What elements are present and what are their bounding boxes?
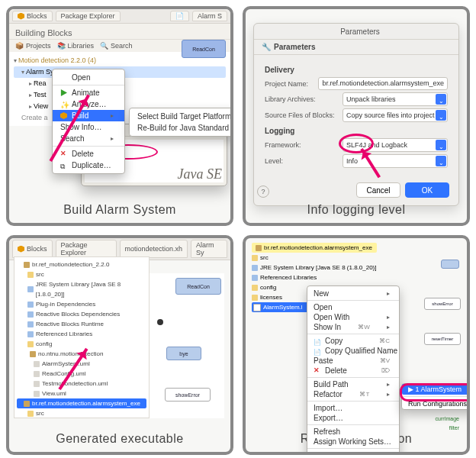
tree-plugin[interactable]: Plug-in Dependencies xyxy=(17,299,146,309)
menu-export[interactable]: Export… xyxy=(307,413,399,423)
field-library-archives: Library Archives: Unpack libraries⌄ xyxy=(265,92,448,106)
tab-file[interactable]: motiondetection.xh xyxy=(120,240,188,258)
build-submenu: Select Build Target Platform… Re-Build f… xyxy=(129,108,233,137)
package-explorer[interactable]: br.ref_motiondetection_2.2.0 src JRE Sys… xyxy=(14,256,150,418)
tab-blocks[interactable]: Blocks xyxy=(12,240,53,258)
tree-exe[interactable]: br.ref.motiondetection.alarmsystem_exe xyxy=(252,243,377,253)
shortcut: ⌘V xyxy=(380,357,390,364)
library-icon xyxy=(27,321,34,327)
cancel-button[interactable]: Cancel xyxy=(356,182,400,198)
tab-package-explorer[interactable]: Package Explorer xyxy=(56,240,117,258)
menu-paste[interactable]: Paste⌘V xyxy=(307,356,399,366)
tree-rbdeps[interactable]: Reactive Blocks Dependencies xyxy=(17,309,146,319)
dialog-toolbar: 🔧 Parameters xyxy=(254,40,458,55)
tree-file[interactable]: View.uml xyxy=(17,389,146,398)
source-files-select[interactable]: Copy source files into project⌄ xyxy=(343,108,448,122)
menu-show-info[interactable]: Show Info… xyxy=(53,121,124,133)
menu-rebuild-j2se[interactable]: Re-Build for Java Standard Edition - J2S… xyxy=(130,122,233,134)
menu-select-target[interactable]: Select Build Target Platform… xyxy=(130,111,233,122)
menu-debug-as[interactable]: Debug As xyxy=(307,450,399,455)
cube-icon xyxy=(18,13,24,20)
library-icon xyxy=(27,302,34,308)
ok-button[interactable]: OK xyxy=(405,182,449,198)
context-menu: New Open Open With Show In⌘W Copy⌘C Copy… xyxy=(307,285,400,455)
subtab-projects[interactable]: 📦 Projects xyxy=(15,42,51,50)
menu-import[interactable]: Import… xyxy=(307,403,399,413)
menu-refresh[interactable]: Refresh xyxy=(307,427,399,437)
tree-jre[interactable]: JRE System Library [Java SE 8 (1.8.0_20)… xyxy=(252,263,377,273)
tree-src[interactable]: src xyxy=(252,253,377,263)
menu-new[interactable]: New xyxy=(307,289,399,298)
menu-open[interactable]: Open xyxy=(53,72,124,83)
tab-package-explorer[interactable]: Package Explorer xyxy=(56,11,121,21)
delete-icon: ✕ xyxy=(314,367,320,374)
panel-build-alarm: Blocks Package Explorer 📄 Alarm S Buildi… xyxy=(6,6,233,226)
tab-label: Package Explorer xyxy=(61,12,115,20)
highlight-ring xyxy=(339,134,374,153)
tree-exe-project[interactable]: br.ref.motiondetection.alarmsystem_exe xyxy=(17,398,146,408)
tab-file[interactable]: 📄 xyxy=(170,11,189,21)
menu-delete[interactable]: ✕Delete xyxy=(53,148,124,160)
copy-icon xyxy=(314,347,320,354)
menu-open[interactable]: Open xyxy=(307,302,399,312)
block-readcon[interactable]: ReadCon xyxy=(175,278,221,295)
diagram-block-readcon[interactable]: ReadCon xyxy=(182,40,226,58)
tree-project[interactable]: br.ref_motiondetection_2.2.0 xyxy=(17,260,146,269)
menu-assign-sets[interactable]: Assign Working Sets… xyxy=(307,437,399,447)
tab-alarm[interactable]: Alarm Sy xyxy=(191,240,227,258)
library-archives-select[interactable]: Unpack libraries⌄ xyxy=(343,92,448,106)
project-name-input[interactable]: br.ref.motiondetection.alarmsystem_exe xyxy=(318,77,448,90)
menu-build[interactable]: Build xyxy=(53,110,124,121)
file-icon xyxy=(34,371,40,377)
wrench-icon: 🔧 xyxy=(262,43,271,51)
tree-reflib[interactable]: Referenced Libraries xyxy=(252,273,377,282)
tab-alarm[interactable]: Alarm S xyxy=(192,11,227,21)
file-icon xyxy=(34,391,40,397)
editor-tabs: Blocks Package Explorer 📄 Alarm S xyxy=(9,9,230,24)
launch-icon xyxy=(253,304,261,311)
menu-build-path[interactable]: Build Path xyxy=(307,379,399,389)
delete-icon: ✕ xyxy=(60,150,67,157)
tree-reflib[interactable]: Referenced Libraries xyxy=(17,329,146,339)
subtab-search[interactable]: 🔍 Search xyxy=(100,42,133,50)
tree-src2[interactable]: src xyxy=(17,408,146,418)
menu-duplicate[interactable]: Duplicate… xyxy=(53,160,124,171)
block-showerror[interactable]: showError xyxy=(165,388,211,402)
label: Source Files of Blocks: xyxy=(265,111,338,119)
block-resettimer[interactable]: resetTimer xyxy=(424,333,461,345)
field-project-name: Project Name: br.ref.motiondetection.ala… xyxy=(265,77,448,90)
diagram-block[interactable] xyxy=(441,260,459,269)
file-icon xyxy=(34,361,40,367)
tree-file[interactable]: AlarmSystem.uml xyxy=(17,359,146,369)
menu-refactor[interactable]: Refactor⌘T xyxy=(307,389,399,399)
label: Framework: xyxy=(265,141,338,149)
panel-caption: Info logging level xyxy=(246,203,467,217)
chevron-icon: ⌄ xyxy=(439,141,444,153)
tree-file[interactable]: Testmotiondetection.uml xyxy=(17,379,146,389)
cube-icon xyxy=(18,246,24,253)
menu-open-with[interactable]: Open With xyxy=(307,312,399,322)
block-bye[interactable]: bye xyxy=(166,347,201,360)
package-icon xyxy=(30,351,36,357)
menu-delete[interactable]: ✕Delete⌦ xyxy=(307,366,399,376)
menu-copy-qname[interactable]: Copy Qualified Name xyxy=(307,346,399,356)
menu-copy[interactable]: Copy⌘C xyxy=(307,336,399,346)
cube-icon xyxy=(60,112,67,119)
label: Project Name: xyxy=(265,80,314,88)
tab-blocks[interactable]: Blocks xyxy=(12,11,53,21)
label: Library Archives: xyxy=(265,95,338,103)
project-icon xyxy=(24,262,30,268)
tree-src[interactable]: src xyxy=(17,269,146,279)
parameters-dialog: Parameters 🔧 Parameters Delivery Project… xyxy=(253,23,459,206)
tree-file[interactable]: ReadConfig.uml xyxy=(17,369,146,379)
help-button[interactable]: ? xyxy=(257,185,269,198)
tree-jre[interactable]: JRE System Library [Java SE 8 [1.8.0_20]… xyxy=(17,279,146,299)
field-level: Level: Info⌄ xyxy=(265,154,448,168)
library-icon xyxy=(27,311,34,318)
menu-show-in[interactable]: Show In⌘W xyxy=(307,322,399,332)
diagram-canvas[interactable]: ReadCon bye showError xyxy=(150,273,224,418)
block-showerror[interactable]: showError xyxy=(424,298,461,310)
subtab-libraries[interactable]: 📚 Libraries xyxy=(57,42,95,50)
tree-rbrt[interactable]: Reactive Blocks Runtime xyxy=(17,319,146,329)
start-node-icon xyxy=(157,319,163,325)
